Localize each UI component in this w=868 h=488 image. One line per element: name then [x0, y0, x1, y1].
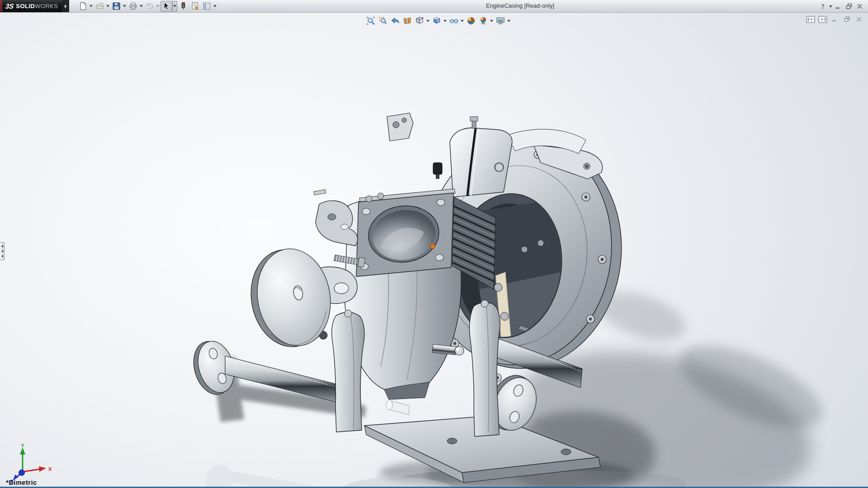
hide-show-items-button[interactable]	[448, 15, 460, 27]
save-button[interactable]	[110, 1, 122, 12]
apply-scene-caret[interactable]	[489, 15, 494, 27]
collapse-arrow-icon	[1, 250, 3, 253]
undo-caret[interactable]	[156, 1, 160, 12]
window-minimize-icon	[834, 2, 842, 10]
model-scene[interactable]	[0, 13, 868, 487]
collapse-arrow-icon	[1, 255, 3, 258]
view-settings-button[interactable]	[494, 15, 506, 27]
rebuild-button[interactable]	[177, 1, 189, 12]
menu-flyout-button[interactable]	[62, 0, 69, 12]
zoom-to-fit-icon	[366, 16, 375, 25]
window-minimize-button[interactable]	[833, 1, 844, 11]
undo-button[interactable]	[144, 1, 156, 12]
open-document-icon	[95, 2, 104, 10]
zoom-to-area-button[interactable]	[377, 15, 389, 27]
view-orientation-caret[interactable]	[425, 15, 430, 27]
doc-minimize-icon	[831, 15, 839, 23]
select-caret[interactable]	[172, 1, 177, 12]
print-button[interactable]	[127, 1, 139, 12]
select-icon	[162, 2, 171, 10]
view-orientation-button[interactable]	[413, 15, 425, 27]
stub-cylinder[interactable]	[386, 400, 410, 415]
selection-point[interactable]	[430, 244, 435, 249]
featuremanager-flyout-tab[interactable]	[0, 242, 5, 260]
edit-appearance-button[interactable]	[465, 15, 477, 27]
split-left-icon	[806, 16, 815, 23]
hide-show-items-caret[interactable]	[460, 15, 465, 27]
zoom-to-fit-button[interactable]	[364, 15, 377, 27]
save-caret[interactable]	[122, 1, 127, 12]
apply-scene-button[interactable]	[477, 15, 489, 27]
axis-y-label: Y	[21, 443, 24, 448]
previous-view-button[interactable]	[389, 15, 401, 27]
options-caret[interactable]	[212, 1, 217, 12]
hide-show-items-icon	[449, 16, 458, 25]
document-window-controls	[805, 15, 864, 23]
help-caret[interactable]	[828, 1, 833, 11]
open-document-caret[interactable]	[105, 1, 110, 12]
file-properties-button[interactable]	[189, 1, 201, 12]
new-document-caret[interactable]	[89, 1, 94, 12]
black-knob[interactable]	[433, 163, 442, 174]
doc-restore-icon	[843, 15, 851, 23]
edit-appearance-icon	[467, 16, 476, 25]
view-settings-icon	[496, 16, 505, 25]
new-document-button[interactable]	[77, 1, 89, 12]
doc-restore-button[interactable]	[842, 15, 852, 23]
solidworks-logo[interactable]: 3S SOLIDWORKS	[0, 0, 62, 12]
print-caret[interactable]	[139, 1, 144, 12]
doc-minimize-button[interactable]	[830, 15, 840, 23]
help-button[interactable]: ?	[817, 1, 828, 11]
brand-solid-text: SOLID	[16, 3, 35, 9]
previous-view-icon	[391, 16, 400, 25]
window-restore-icon	[845, 2, 853, 10]
save-icon	[112, 2, 121, 10]
title-bar: 3S SOLIDWORKS EngineCasing [Read-only] ?	[0, 0, 868, 13]
window-close-icon	[856, 2, 864, 10]
file-properties-icon	[191, 2, 199, 10]
options-button[interactable]	[201, 1, 212, 12]
help-icon: ?	[819, 2, 827, 10]
doc-close-icon	[855, 15, 863, 23]
split-left-button[interactable]	[805, 15, 816, 23]
collapse-arrow-icon	[1, 245, 3, 248]
standard-toolbar	[77, 0, 217, 12]
logo-red-accent	[0, 0, 2, 12]
svg-text:?: ?	[821, 3, 824, 10]
new-document-icon	[79, 2, 87, 10]
doc-close-button[interactable]	[854, 15, 864, 23]
cap-hex-bolt[interactable]	[495, 163, 504, 172]
display-style-caret[interactable]	[443, 15, 448, 27]
brand-3ds-mark: 3S	[5, 2, 14, 10]
top-bracket[interactable]	[387, 113, 413, 141]
display-style-icon	[432, 16, 441, 25]
display-style-button[interactable]	[430, 15, 443, 27]
section-view-button[interactable]	[401, 15, 413, 27]
view-orientation-icon	[415, 16, 424, 25]
zoom-to-area-icon	[378, 16, 387, 25]
titlebar-controls: ?	[817, 1, 865, 12]
print-icon	[129, 2, 137, 10]
window-close-button[interactable]	[854, 1, 865, 11]
headsup-view-toolbar	[364, 14, 511, 27]
view-orientation-label: *Dimetric	[6, 479, 37, 486]
undo-icon	[146, 2, 154, 10]
options-icon	[203, 2, 211, 10]
graphics-area[interactable]: Y X Z *Dimetric	[0, 13, 868, 488]
brand-works-text: WORKS	[35, 3, 58, 9]
apply-scene-icon	[479, 16, 488, 25]
split-right-button[interactable]	[817, 15, 828, 23]
split-right-icon	[818, 16, 827, 23]
select-button[interactable]	[160, 1, 172, 12]
menu-flyout-arrow-icon	[65, 5, 67, 8]
axis-x-label: X	[48, 466, 52, 472]
window-restore-button[interactable]	[844, 1, 854, 11]
rebuild-icon	[179, 2, 188, 10]
section-view-icon	[403, 16, 412, 25]
open-document-button[interactable]	[94, 1, 105, 12]
view-settings-caret[interactable]	[506, 15, 511, 27]
window-title: EngineCasing [Read-only]	[486, 0, 554, 12]
